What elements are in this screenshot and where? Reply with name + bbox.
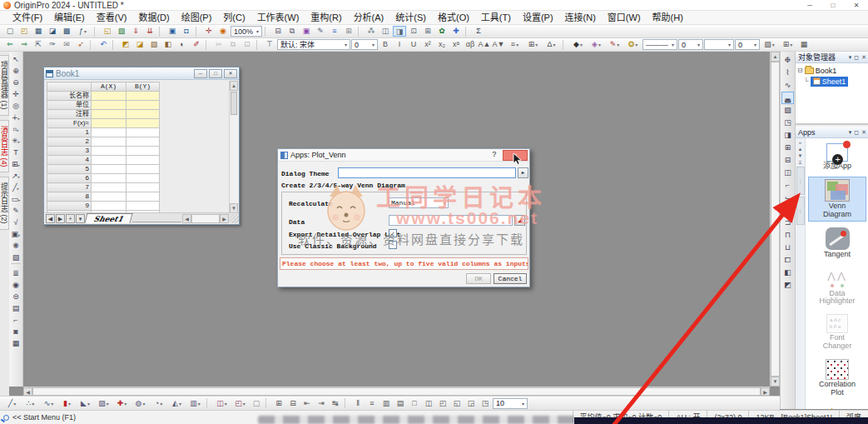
- search-icon[interactable]: [3, 415, 9, 421]
- tree-expand-icon[interactable]: ⊟: [797, 67, 803, 74]
- menu-edit[interactable]: 编辑(E): [48, 11, 91, 25]
- fit-curve-tool[interactable]: ∿: [781, 79, 794, 92]
- row-header[interactable]: 4: [47, 156, 92, 165]
- table-grid-button[interactable]: ▦: [797, 39, 811, 50]
- print-preview[interactable]: ⧉: [285, 26, 299, 37]
- line-tool[interactable]: ╱: [10, 182, 22, 193]
- table-row[interactable]: 6: [47, 174, 160, 183]
- apps-category-tab[interactable]: ⋯: [796, 197, 805, 225]
- om-pin-icon[interactable]: ◻: [854, 54, 859, 61]
- cell-a[interactable]: [92, 156, 126, 165]
- scroll-thumb[interactable]: [771, 62, 780, 377]
- save-project[interactable]: ▣: [166, 26, 179, 37]
- equation-tool[interactable]: √: [10, 217, 22, 228]
- apps-category-tab[interactable]: ⋯: [796, 167, 805, 195]
- new-workbook[interactable]: ▦: [32, 26, 45, 37]
- toolbar-icon[interactable]: [358, 27, 362, 37]
- plot-contour[interactable]: ◍: [131, 398, 149, 409]
- superscript-button[interactable]: x²: [421, 39, 434, 50]
- apps-collapse-icon[interactable]: «: [799, 140, 801, 145]
- cell-b[interactable]: [126, 165, 160, 174]
- dialog-help-button[interactable]: ?: [489, 151, 499, 159]
- menu-worksheet[interactable]: 工作表(W): [251, 11, 305, 25]
- table-row[interactable]: 长名称: [47, 92, 160, 101]
- edit-mode[interactable]: ✎: [314, 26, 327, 37]
- menu-view[interactable]: 查看(V): [91, 11, 133, 25]
- plot-multi-panel[interactable]: ◫: [213, 398, 231, 409]
- table-row[interactable]: 8: [47, 192, 160, 202]
- width-decrease[interactable]: ⇤: [300, 398, 314, 409]
- window-minimize-button[interactable]: ─: [798, 0, 821, 11]
- app-font-changer[interactable]: Font Changer: [808, 312, 866, 353]
- forward-arrow[interactable]: ⇒: [17, 39, 31, 50]
- plot-setup[interactable]: ◳: [781, 117, 794, 129]
- app-correlation-plot[interactable]: Correlation Plot: [808, 357, 866, 400]
- glow-dropdown[interactable]: ❂: [624, 39, 642, 50]
- book-minimize-button[interactable]: ─: [194, 69, 207, 78]
- arrange-tool[interactable]: ⊜: [10, 291, 22, 302]
- cell-b[interactable]: [126, 183, 160, 192]
- tab-project-explorer[interactable]: 项目管理器 (1): [0, 55, 9, 116]
- crop-tool[interactable]: ⌐: [10, 314, 22, 326]
- font-family-combo[interactable]: 默认: 宋体: [277, 39, 350, 50]
- layer-props[interactable]: ◧: [781, 267, 794, 279]
- app-tangent[interactable]: Tangent: [808, 225, 866, 262]
- app-add[interactable]: 添加App: [808, 141, 866, 173]
- book-hscroll-thumb[interactable]: [191, 214, 220, 223]
- table-row[interactable]: 5: [47, 165, 160, 174]
- table-row[interactable]: 7: [47, 183, 160, 192]
- cell-b[interactable]: [126, 156, 160, 165]
- import-single-ascii[interactable]: ⇊: [143, 26, 156, 37]
- style-anchor[interactable]: ⊤: [263, 39, 276, 50]
- toolbar-icon[interactable]: [94, 27, 98, 37]
- book-close-button[interactable]: ✕: [224, 69, 237, 78]
- open-excel[interactable]: ▧: [115, 26, 128, 37]
- menu-preferences[interactable]: 设置(P): [517, 11, 559, 25]
- window-maximize-button[interactable]: □: [821, 0, 845, 11]
- menu-format[interactable]: 格式(O): [432, 11, 475, 25]
- new-matrix[interactable]: ▩: [60, 26, 73, 37]
- pattern-width-combo[interactable]: 0: [735, 39, 760, 50]
- row-header[interactable]: 9: [47, 202, 92, 211]
- object-front[interactable]: ⊏: [781, 204, 794, 217]
- mask-tool[interactable]: ✳: [10, 135, 22, 147]
- frame-tool[interactable]: ⊞: [10, 158, 22, 170]
- line-style-tool[interactable]: ≣: [10, 267, 22, 279]
- ok-button[interactable]: OK: [466, 273, 491, 284]
- row-header[interactable]: 6: [47, 174, 92, 183]
- object-manager-header[interactable]: 对象管理器 ▾◻✕: [796, 52, 868, 63]
- line-width-combo[interactable]: 0: [678, 39, 703, 50]
- tree-item-book1[interactable]: ⊟ Book1: [797, 65, 868, 76]
- rescale-tool[interactable]: ⌇: [781, 67, 794, 79]
- cell-a[interactable]: [92, 119, 126, 128]
- toolbar-icon[interactable]: [256, 40, 260, 50]
- table-row[interactable]: 3: [47, 147, 160, 156]
- toolbar-icon[interactable]: [196, 27, 200, 37]
- zoom-out-tool[interactable]: ⊖: [10, 77, 22, 88]
- corner-tr[interactable]: ◳: [479, 398, 492, 409]
- pin-window[interactable]: ➶: [74, 39, 87, 50]
- cell-b[interactable]: [126, 128, 160, 137]
- group-objects[interactable]: ⊓: [781, 229, 794, 242]
- table-row[interactable]: 1: [47, 128, 160, 137]
- borders-dropdown[interactable]: ⊞: [779, 39, 796, 50]
- toolbar-icon[interactable]: [265, 27, 269, 37]
- export-overlap-checkbox[interactable]: ✓: [389, 229, 397, 237]
- object-back[interactable]: ⊐: [781, 217, 794, 229]
- cell-b[interactable]: [126, 110, 160, 119]
- zoom-in-tool[interactable]: ⊕: [10, 65, 22, 77]
- row-header[interactable]: 3: [47, 147, 92, 156]
- menu-column[interactable]: 列(C): [217, 11, 250, 25]
- plot-scatter[interactable]: ∴: [22, 398, 39, 409]
- book-restore-button[interactable]: □: [209, 69, 222, 78]
- menu-help[interactable]: 帮助(H): [647, 11, 689, 25]
- book-scroll-right-button[interactable]: ▶: [220, 214, 229, 223]
- swap-mask[interactable]: ◧: [161, 39, 175, 50]
- cell-b[interactable]: [126, 147, 160, 156]
- apps-dropdown-icon[interactable]: ▾: [849, 129, 852, 136]
- rectangle-tool[interactable]: ▭: [10, 193, 22, 205]
- add-graph-window[interactable]: ❉: [781, 54, 794, 67]
- app-data-highlighter[interactable]: Data Highlighter: [808, 265, 866, 309]
- book1-window[interactable]: Book1 ─□✕ A(X) B(Y) 长名称: [43, 67, 240, 225]
- snapshot[interactable]: ◉: [216, 26, 230, 37]
